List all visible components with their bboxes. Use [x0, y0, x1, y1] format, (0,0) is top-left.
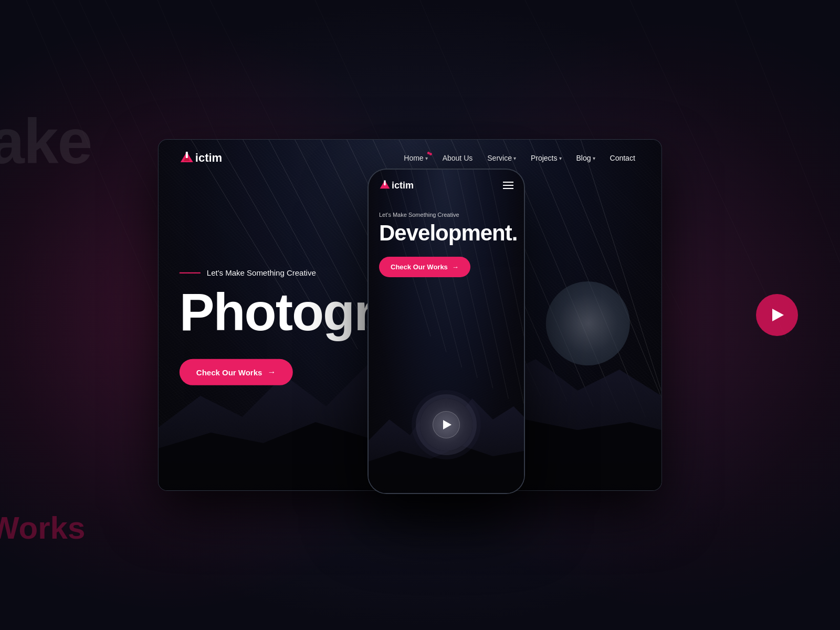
svg-line-35 [472, 170, 524, 404]
mobile-hero-subtitle: Let's Make Something Creative [379, 212, 513, 218]
nav-item-projects[interactable]: Projects ▾ [526, 151, 567, 165]
hero-accent-line [180, 272, 201, 273]
mobile-logo[interactable]: ictim [379, 180, 414, 191]
mobile-arrow-right-icon: → [452, 263, 459, 271]
svg-line-33 [441, 170, 493, 388]
circle-decoration [546, 281, 630, 365]
hamburger-line-3 [503, 188, 513, 189]
chevron-down-icon: ▾ [425, 155, 428, 161]
scene: ictim Home ▾ About Us Service ▾ Projects [0, 0, 840, 630]
svg-rect-39 [384, 181, 385, 185]
logo-icon [180, 151, 194, 165]
mobile-logo-icon [379, 180, 391, 191]
hamburger-line-2 [503, 185, 513, 186]
nav-item-service[interactable]: Service ▾ [482, 151, 521, 165]
chevron-down-icon-blog: ▾ [593, 155, 595, 161]
chevron-down-icon-service: ▾ [513, 155, 516, 161]
svg-line-34 [457, 170, 509, 398]
play-button-inner [433, 411, 460, 438]
mobile-play-container [420, 398, 472, 451]
chevron-down-icon-projects: ▾ [559, 155, 562, 161]
desktop-cta-button[interactable]: Check Our Works → [180, 359, 293, 385]
mobile-hero: Let's Make Something Creative Developmen… [379, 212, 513, 277]
nav-item-home[interactable]: Home ▾ [398, 151, 433, 165]
play-button-outer[interactable] [420, 398, 472, 451]
arrow-right-icon: → [267, 368, 276, 377]
mobile-hero-title: Development. [379, 222, 513, 244]
mobile-hamburger-button[interactable] [503, 182, 513, 189]
mobile-logo-text: ictim [392, 180, 414, 191]
hamburger-line-1 [503, 182, 513, 183]
nav-item-about[interactable]: About Us [437, 151, 478, 165]
mobile-cta-label: Check Our Works [391, 263, 448, 271]
mobile-device: ictim Let's Make Something Creative Deve… [368, 169, 525, 494]
mobile-navbar: ictim [369, 170, 524, 201]
play-icon [443, 420, 452, 429]
mobile-cta-button[interactable]: Check Our Works → [379, 257, 470, 277]
svg-rect-29 [186, 152, 188, 158]
svg-line-36 [488, 170, 524, 409]
desktop-cta-label: Check Our Works [196, 368, 262, 376]
desktop-nav-links: Home ▾ About Us Service ▾ Projects ▾ Blo… [398, 151, 640, 165]
desktop-logo[interactable]: ictim [180, 151, 222, 165]
desktop-logo-text: ictim [195, 151, 222, 165]
nav-item-blog[interactable]: Blog ▾ [571, 151, 601, 165]
nav-item-contact[interactable]: Contact [605, 151, 640, 165]
desktop-hero-subtitle: Let's Make Something Creative [207, 268, 316, 277]
